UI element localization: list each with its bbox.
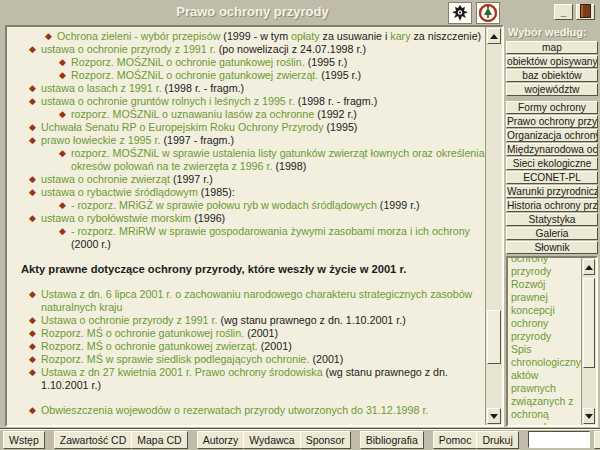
scroll-down-button[interactable] [487, 408, 501, 424]
sidebar-button-sieci-ekologiczne[interactable]: Sieci ekologiczne [506, 157, 598, 170]
sidebar-button-miedzynarodowa-ochr[interactable]: Międzynarodowa ochr. [506, 143, 598, 156]
sidebar-button-slownik[interactable]: Słownik [506, 241, 598, 254]
legal-act-link[interactable]: ustawa o lasach z 1991 r. [41, 82, 162, 94]
sidebar-button-galeria[interactable]: Galeria [506, 227, 598, 240]
scrollbar-thumb[interactable] [487, 310, 501, 364]
content-text: (1998 r. - fragm.) [295, 95, 378, 107]
diamond-bullet-icon: ◆ [29, 95, 41, 108]
diamond-bullet-icon: ◆ [29, 353, 41, 366]
content-text: (1999 r.) [377, 199, 420, 211]
topic-link[interactable]: Rozwój prawnej koncepcji ochrony przyrod… [511, 278, 581, 343]
minimize-button[interactable]: _ [554, 4, 573, 20]
search-button[interactable]: Szukaj [594, 431, 600, 449]
content-line: ◆Rozporz. MOŚZNiL o ochronie gatunkowej … [7, 56, 485, 69]
search-input[interactable] [528, 431, 590, 448]
bottom-toolbar: WstępZawartość CDMapa CDAutorzyWydawcaSp… [0, 428, 600, 450]
content-text: (1998) [272, 160, 306, 172]
sidebar-button-map[interactable]: map [506, 41, 598, 54]
scroll-up-button[interactable] [487, 28, 501, 44]
toolbar-button-zawartosc-cd[interactable]: Zawartość CD [54, 431, 133, 449]
diamond-bullet-icon: ◆ [59, 69, 71, 82]
arrow-up-icon [490, 34, 498, 39]
legal-act-link[interactable]: - rozporz. MRiRW w sprawie gospodarowani… [71, 225, 470, 237]
sidebar-button-wojewodztw[interactable]: województw [506, 83, 598, 96]
window-title: Prawo ochrony przyrody [0, 4, 505, 19]
legal-act-link[interactable]: ustawa o ochronie przyrody z 1991 r. [41, 43, 216, 55]
topics-scrollbar[interactable] [581, 258, 596, 425]
diamond-bullet-icon: ◆ [29, 43, 41, 56]
toolbar-button-sponsor[interactable]: Sponsor [300, 431, 351, 449]
content-line: ◆Rozporz. MŚ w sprawie siedlisk podlegaj… [7, 353, 485, 366]
content-text: (2001) [244, 327, 278, 339]
topic-link[interactable]: ochrony przyrody [511, 256, 581, 278]
sidebar-button-obiektow-opisywanych[interactable]: obiektów opisywanych [506, 55, 598, 68]
sidebar-button-warunki-przyrodnicze[interactable]: Warunki przyrodnicze [506, 185, 598, 198]
diamond-bullet-icon: ◆ [59, 108, 71, 121]
toolbar-button-autorzy[interactable]: Autorzy [197, 431, 245, 449]
legal-act-link[interactable]: ustawa o ochronie gruntów rolnych i leśn… [41, 95, 295, 107]
topics-scroll-up-button[interactable] [583, 259, 595, 275]
legal-act-link[interactable]: Rozporz. MOŚZNiL o ochronie gatunkowej r… [71, 56, 305, 68]
exit-button[interactable] [576, 4, 595, 20]
content-line: ◆rozporz. MOŚZNiL o uznawaniu lasów za o… [7, 108, 485, 121]
sidebar-button-historia-ochrony-przyr[interactable]: Historia ochrony przyr. [506, 199, 598, 212]
legal-act-link[interactable]: - rozporz. MRiGŻ w sprawie połowu ryb w … [71, 199, 377, 211]
exit-icon [580, 4, 591, 18]
content-line: ◆ustawa o lasach z 1991 r. (1998 r. - fr… [7, 82, 485, 95]
sidebar-button-formy-ochrony[interactable]: Formy ochrony [506, 101, 598, 114]
arrow-down-icon [585, 414, 593, 419]
titlebar: Prawo ochrony przyrody _ [0, 0, 600, 24]
toolbar-button-pomoc[interactable]: Pomoc [433, 431, 478, 449]
legal-act-link[interactable]: opłaty [291, 30, 320, 42]
legal-act-link[interactable]: Ustawa z dn 27 kwietnia 2001 r. Prawo oc… [41, 366, 323, 378]
legal-act-link[interactable]: Rozporz. MŚ o ochronie gatunkowej roślin… [41, 327, 244, 339]
content-line: ◆prawo łowieckie z 1995 r. (1997 - fragm… [7, 134, 485, 147]
content-area: ◆Ochrona zieleni - wybór przepisów (1999… [5, 25, 504, 427]
sidebar-button-econet-pl[interactable]: ECONET-PL [506, 171, 598, 184]
sidebar-button-baz-obiektow[interactable]: baz obiektów [506, 69, 598, 82]
toolbar-button-wstep[interactable]: Wstęp [3, 431, 45, 449]
legal-act-link[interactable]: Ochrona zieleni - wybór przepisów [57, 30, 220, 42]
topic-link[interactable]: Spis chronologiczny aktów prawnych związ… [511, 343, 581, 427]
legal-act-link[interactable]: Rozporz. MŚ o ochronie gatunkowej zwierz… [41, 340, 258, 352]
content-heading: Akty prawne dotyczące ochrony przyrody, … [7, 263, 485, 276]
legal-act-link[interactable]: Ustawa o ochronie przyrody z 1991 r. [41, 314, 217, 326]
minimize-icon: _ [561, 6, 567, 18]
legal-act-link[interactable]: kary [390, 30, 410, 42]
content-text: (1995 r.) [305, 56, 348, 68]
toolbar-button-bibliografia[interactable]: Bibliografia [360, 431, 424, 449]
content-line: ◆Ustawa z dn 27 kwietnia 2001 r. Prawo o… [7, 366, 485, 392]
sidebar-button-statystyka[interactable]: Statystyka [506, 213, 598, 226]
legal-act-link[interactable]: prawo łowieckie z 1995 r. [41, 134, 160, 146]
legal-act-link[interactable]: Obwieszczenia wojewodów o rezerwatach pr… [41, 404, 428, 416]
topics-scroll-down-button[interactable] [583, 408, 595, 424]
toolbar-group: AutorzyWydawcaSponsor [197, 431, 351, 449]
toolbar-button-mapa-cd[interactable]: Mapa CD [131, 431, 187, 449]
toolbar-button-wydawca[interactable]: Wydawca [243, 431, 300, 449]
diamond-bullet-icon: ◆ [29, 186, 41, 199]
legal-act-link[interactable]: Rozporz. MOŚZNiL o ochronie gatunkowej z… [71, 69, 318, 81]
sidebar: Wybór według: mapobiektów opisywanychbaz… [506, 25, 598, 427]
toolbar-button-drukuj[interactable]: Drukuj [476, 431, 518, 449]
diamond-bullet-icon: ◆ [29, 340, 41, 353]
legal-act-link[interactable]: rozporz. MOŚZNiL o uznawaniu lasów za oc… [71, 108, 314, 120]
arrow-down-icon [490, 414, 498, 419]
sidebar-button-organizacja-ochrony[interactable]: Organizacja ochrony [506, 129, 598, 142]
content-text: (1996) [191, 212, 225, 224]
legal-act-link[interactable]: ustawa o ochronie zwierząt [41, 173, 170, 185]
content-scrollbar[interactable] [485, 27, 502, 425]
content-text: za usuwanie i [320, 30, 391, 42]
legal-act-link[interactable]: Rozporz. MŚ w sprawie siedlisk podlegają… [41, 353, 310, 365]
diamond-bullet-icon: ◆ [59, 199, 71, 212]
legal-act-link[interactable]: Uchwała Senatu RP o Europejskim Roku Och… [41, 121, 324, 133]
legal-act-link[interactable]: ustawa o rybactwie śródlądowym [41, 186, 198, 198]
legal-act-link[interactable]: Ustawa z dn. 6 lipca 2001 r. o zachowani… [41, 288, 472, 313]
content-text: (po nowelizacji z 24.07.1998 r.) [216, 43, 366, 55]
diamond-bullet-icon: ◆ [29, 121, 41, 134]
sidebar-button-prawo-ochrony-przyr[interactable]: Prawo ochrony przyr. [506, 115, 598, 128]
sidebar-header: Wybór według: [506, 25, 598, 41]
content-text: Akty prawne dotyczące ochrony przyrody, … [21, 263, 406, 275]
toolbar-group: PomocDrukuj [433, 431, 519, 449]
legal-act-link[interactable]: ustawa o rybołówstwie morskim [41, 212, 191, 224]
topics-scrollbar-thumb[interactable] [583, 278, 595, 368]
